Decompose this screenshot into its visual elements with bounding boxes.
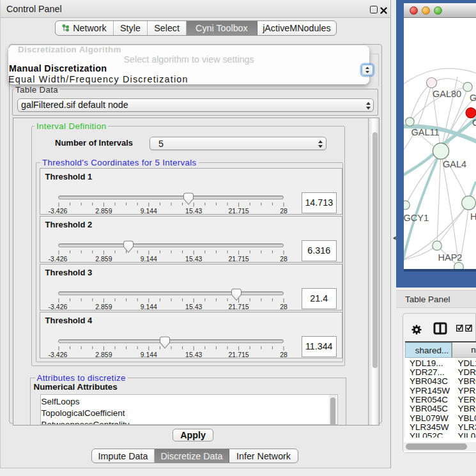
svg-text:GAL11: GAL11 <box>411 127 440 137</box>
svg-text:C: C <box>472 118 476 128</box>
svg-text:GCY1: GCY1 <box>404 213 429 223</box>
svg-text:GAL4: GAL4 <box>443 159 466 169</box>
svg-text:GA: GA <box>470 93 476 103</box>
svg-text:GAL80: GAL80 <box>433 89 461 99</box>
svg-text:H: H <box>470 211 476 222</box>
svg-text:HAP2: HAP2 <box>438 252 463 263</box>
